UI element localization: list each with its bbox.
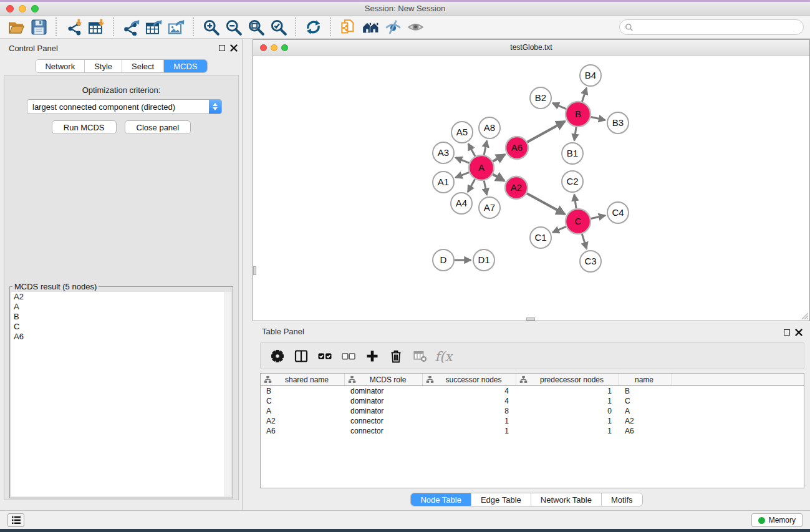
column-header-MCDS-role[interactable]: MCDS role [345,374,423,385]
table-row[interactable]: A2connector11A2 [261,416,804,426]
node-B3[interactable]: B3 [607,112,629,133]
search-box[interactable] [619,19,804,35]
close-panel-icon[interactable] [230,44,238,52]
memory-button[interactable]: Memory [751,513,803,527]
task-history-button[interactable] [7,513,24,527]
mcds-result-item[interactable]: C [11,322,231,332]
left-splitter-handle[interactable] [253,266,256,275]
refresh-layout-button[interactable] [302,17,324,37]
edge-A-A3[interactable] [456,158,470,163]
edge-A-A7[interactable] [484,181,487,195]
hide-selected-button[interactable] [382,17,404,37]
export-table-button[interactable] [142,17,165,37]
node-C1[interactable]: C1 [530,227,551,248]
node-A7[interactable]: A7 [479,197,500,218]
table-tab-motifs[interactable]: Motifs [602,493,642,506]
mcds-result-item[interactable]: A [11,302,231,312]
node-A2[interactable]: A2 [505,177,528,199]
mcds-result-item[interactable]: A2 [11,292,231,302]
mcds-result-item[interactable]: B [11,312,231,322]
table-close-panel-icon[interactable] [795,329,803,336]
edge-A-A1[interactable] [456,172,470,177]
zoom-out-button[interactable] [222,17,244,37]
tab-style[interactable]: Style [85,60,122,72]
edge-A-A5[interactable] [468,143,475,156]
zoom-in-button[interactable] [200,17,222,37]
network-canvas[interactable]: B4B2BB3A5A8A6B1A3AC2A1A2A4A7C4CC1C3DD1 [253,56,809,321]
open-file-button[interactable] [5,17,27,37]
import-network-button[interactable] [62,17,85,37]
edge-B-B2[interactable] [552,103,566,109]
table-tab-node-table[interactable]: Node Table [411,493,471,506]
table-row[interactable]: Bdominator41B [261,386,804,396]
first-neighbors-button[interactable] [359,17,382,37]
mcds-result-item[interactable]: A6 [11,332,231,342]
node-D1[interactable]: D1 [473,249,494,271]
table-tab-network-table[interactable]: Network Table [531,493,602,506]
edge-B-B4[interactable] [582,88,586,102]
zoom-selected-button[interactable] [267,17,289,37]
edge-C-C1[interactable] [552,226,566,232]
unselect-all-columns-button[interactable] [338,346,359,367]
node-B4[interactable]: B4 [580,65,601,86]
bottom-splitter-handle[interactable] [526,317,535,321]
edge-A-A4[interactable] [468,179,475,191]
tab-mcds[interactable]: MCDS [164,60,206,72]
column-header-predecessor-nodes[interactable]: predecessor nodes [516,374,619,385]
new-network-from-selection-button[interactable] [337,17,359,37]
tab-select[interactable]: Select [122,60,164,72]
edge-C-C2[interactable] [574,195,576,208]
close-panel-button[interactable]: Close panel [125,120,191,134]
edge-A6-B[interactable] [528,122,565,142]
show-columns-button[interactable] [291,346,311,367]
edge-A-A8[interactable] [484,141,487,155]
node-A[interactable]: A [469,155,494,180]
save-session-button[interactable] [27,17,50,37]
column-header-successor-nodes[interactable]: successor nodes [423,374,516,385]
select-all-columns-button[interactable] [314,346,335,367]
table-row[interactable]: A6connector11A6 [261,426,804,436]
node-A8[interactable]: A8 [479,117,500,138]
import-table-button[interactable] [85,17,107,37]
delete-column-button[interactable] [385,346,406,367]
table-tab-edge-table[interactable]: Edge Table [471,493,531,506]
table-row[interactable]: Cdominator41C [261,396,804,406]
create-column-button[interactable] [362,346,382,367]
node-A1[interactable]: A1 [433,172,454,193]
edge-A-A6[interactable] [493,155,505,162]
float-panel-icon[interactable] [219,45,225,51]
node-A6[interactable]: A6 [506,137,528,159]
node-C[interactable]: C [566,209,591,234]
criterion-dropdown[interactable]: largest connected component (directed) [27,99,222,114]
tab-network[interactable]: Network [36,60,85,72]
node-C2[interactable]: C2 [562,171,583,192]
table-row[interactable]: Adominator80A [261,406,804,416]
edge-A2-C[interactable] [527,193,565,214]
search-input[interactable] [636,23,803,32]
node-C3[interactable]: C3 [580,251,601,272]
export-image-button[interactable] [165,17,187,37]
mcds-result-list[interactable]: A2ABCA6 [11,292,231,496]
node-D[interactable]: D [433,249,454,271]
node-C4[interactable]: C4 [607,202,629,223]
column-header-shared-name[interactable]: shared name [261,374,345,385]
result-scrollbar[interactable] [224,292,231,496]
node-B1[interactable]: B1 [562,143,583,164]
edge-C-C3[interactable] [582,234,586,249]
node-B2[interactable]: B2 [530,87,551,109]
show-all-button[interactable] [404,17,427,37]
zoom-fit-button[interactable] [244,17,267,37]
node-B[interactable]: B [566,102,591,127]
edge-A-A2[interactable] [493,174,504,181]
resize-grip-icon[interactable] [800,311,809,320]
node-A3[interactable]: A3 [433,142,454,163]
run-mcds-button[interactable]: Run MCDS [52,120,117,134]
export-network-button[interactable] [120,17,142,37]
column-header-name[interactable]: name [619,374,672,385]
table-float-panel-icon[interactable] [784,329,790,336]
table-settings-button[interactable] [267,346,287,367]
edge-B-B1[interactable] [574,127,576,140]
edge-C-C4[interactable] [591,215,605,218]
node-A5[interactable]: A5 [451,122,473,143]
edge-B-B3[interactable] [591,117,605,120]
